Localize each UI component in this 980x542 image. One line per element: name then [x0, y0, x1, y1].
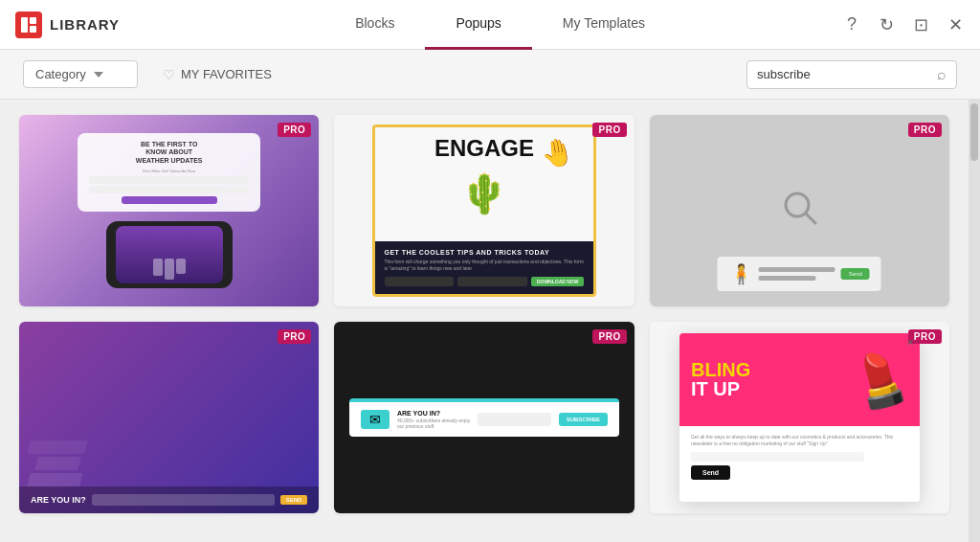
toolbar: Category ♡ MY FAVORITES ⌕ — [0, 50, 980, 100]
template-preview-6: ✕ BLINGIT UP 💄 Get all the ways to alway… — [650, 322, 949, 513]
category-label: Category — [35, 67, 86, 81]
search-icon[interactable]: ⌕ — [937, 66, 947, 83]
tab-blocks[interactable]: Blocks — [324, 0, 425, 50]
main-nav: Blocks Popups My Templates — [158, 0, 842, 50]
template-preview-3: 🧍 Send — [650, 115, 949, 306]
template-card[interactable]: 🧍 Send PRO — [650, 115, 949, 306]
scrollbar[interactable] — [969, 100, 980, 542]
pro-badge: PRO — [592, 123, 626, 137]
pro-badge: PRO — [278, 123, 311, 137]
scrollbar-thumb[interactable] — [970, 103, 978, 161]
favorites-label: MY FAVORITES — [181, 67, 272, 81]
save-icon[interactable]: ⊡ — [911, 15, 930, 34]
template-card[interactable]: ✉ ARE YOU IN? 40,000+ subscribers alread… — [334, 322, 634, 513]
template-card[interactable]: ✕ ENGAGE 🌵 🤚 GET THE COOLEST TIPS AND TR… — [334, 115, 634, 306]
close-icon[interactable]: ✕ — [946, 15, 965, 34]
logo-icon — [15, 11, 42, 38]
template-preview-1: BE THE FIRST TOKNOW ABOUTWEATHER UPDATES… — [19, 115, 319, 306]
card-preview: 🧍 Send — [650, 115, 949, 306]
logo-text: LIBRARY — [50, 16, 120, 33]
card-preview: ARE YOU IN? SEND — [19, 322, 319, 513]
category-dropdown[interactable]: Category — [23, 60, 138, 88]
favorites-button[interactable]: ♡ MY FAVORITES — [153, 61, 281, 88]
card-preview: ✕ ENGAGE 🌵 🤚 GET THE COOLEST TIPS AND TR… — [334, 115, 634, 306]
refresh-icon[interactable]: ↻ — [877, 15, 896, 34]
svg-rect-1 — [30, 17, 36, 24]
app-logo: LIBRARY — [15, 11, 120, 38]
heart-icon: ♡ — [163, 67, 175, 82]
svg-rect-2 — [30, 26, 36, 33]
search-input[interactable] — [757, 67, 931, 81]
help-icon[interactable]: ? — [842, 15, 861, 34]
template-card[interactable]: ARE YOU IN? SEND PRO — [19, 322, 319, 513]
tab-popups[interactable]: Popups — [425, 0, 531, 50]
pro-badge: PRO — [592, 329, 626, 344]
header-actions: ? ↻ ⊡ ✕ — [842, 15, 965, 34]
app-header: LIBRARY Blocks Popups My Templates ? ↻ ⊡… — [0, 0, 980, 50]
template-grid-area: BE THE FIRST TOKNOW ABOUTWEATHER UPDATES… — [0, 100, 969, 542]
pro-badge: PRO — [908, 123, 942, 137]
template-preview-5: ✉ ARE YOU IN? 40,000+ subscribers alread… — [334, 322, 634, 513]
svg-line-4 — [806, 214, 815, 223]
search-container: ⌕ — [746, 60, 957, 89]
card-preview: BE THE FIRST TOKNOW ABOUTWEATHER UPDATES… — [19, 115, 319, 306]
svg-rect-0 — [21, 17, 28, 33]
template-preview-2: ✕ ENGAGE 🌵 🤚 GET THE COOLEST TIPS AND TR… — [334, 115, 634, 306]
pro-badge: PRO — [278, 329, 311, 344]
template-card[interactable]: BE THE FIRST TOKNOW ABOUTWEATHER UPDATES… — [19, 115, 319, 306]
main-content: BE THE FIRST TOKNOW ABOUTWEATHER UPDATES… — [0, 100, 980, 542]
template-card[interactable]: ✕ BLINGIT UP 💄 Get all the ways to alway… — [650, 322, 949, 513]
template-grid: BE THE FIRST TOKNOW ABOUTWEATHER UPDATES… — [19, 115, 949, 513]
tab-my-templates[interactable]: My Templates — [532, 0, 676, 50]
card-preview: ✕ BLINGIT UP 💄 Get all the ways to alway… — [650, 322, 949, 513]
card-preview: ✉ ARE YOU IN? 40,000+ subscribers alread… — [334, 322, 634, 513]
template-preview-4: ARE YOU IN? SEND — [19, 322, 319, 513]
